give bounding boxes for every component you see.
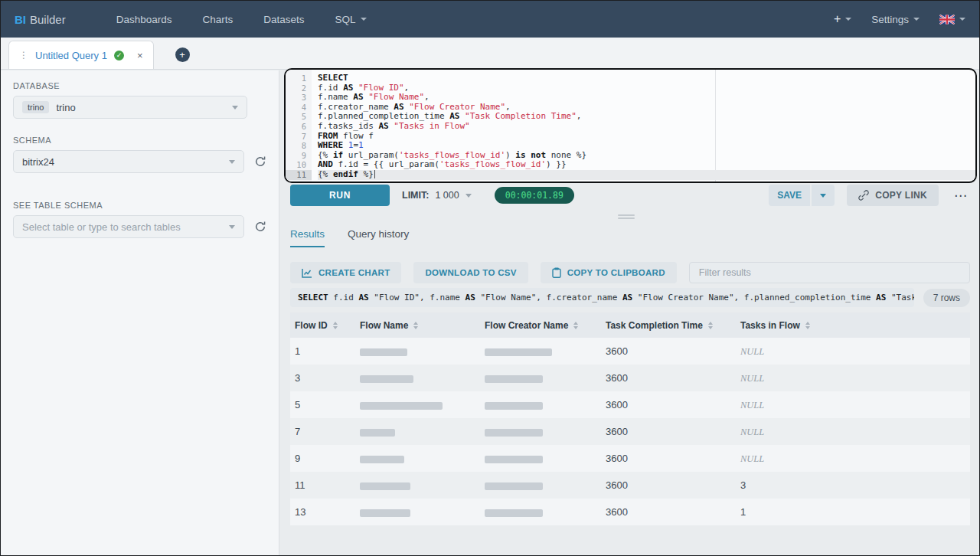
code-token: "Flow ID" [358, 83, 404, 93]
table-row[interactable]: 93600NULL [290, 445, 970, 472]
code-token: , [404, 83, 410, 93]
table-row[interactable]: 1336001 [290, 499, 970, 525]
code-token: none %} [546, 150, 586, 160]
code-token: f.id = {{ url_param( [333, 159, 439, 169]
chevron-down-icon [820, 194, 826, 198]
code-token [343, 140, 348, 150]
create-chart-button[interactable]: CREATE CHART [290, 262, 401, 283]
table-search-select[interactable]: Select table or type to search tables [13, 215, 244, 238]
code-token: , [424, 92, 430, 102]
table-row[interactable]: 53600NULL [290, 391, 970, 418]
redacted-value [360, 402, 443, 410]
settings-menu[interactable]: Settings [871, 14, 920, 25]
code-token: , [577, 111, 582, 121]
filter-results-input[interactable] [689, 262, 970, 283]
gutter-line: 8 [286, 141, 312, 151]
close-tab-icon[interactable]: × [137, 50, 143, 61]
new-tab-button[interactable]: + [175, 47, 190, 62]
code-token: AS [353, 92, 363, 102]
sort-icon[interactable] [333, 322, 338, 329]
save-dropdown-button[interactable] [812, 185, 835, 206]
download-csv-label: DOWNLOAD TO CSV [425, 268, 516, 277]
limit-dropdown[interactable]: LIMIT: 1 000 [402, 190, 472, 201]
see-table-schema-label: SEE TABLE SCHEMA [13, 201, 266, 210]
uk-flag-icon [939, 15, 955, 25]
copy-link-button[interactable]: COPY LINK [847, 185, 939, 206]
code-line[interactable]: FROM flow f [318, 132, 975, 142]
null-value: NULL [740, 400, 764, 410]
main-menu: Dashboards Charts Datasets SQL [116, 14, 367, 25]
null-value: NULL [740, 346, 764, 357]
language-selector[interactable] [939, 15, 965, 25]
table-cell: NULL [736, 399, 970, 411]
code-lines[interactable]: SELECTf.id AS "Flow ID",f.name AS "Flow … [312, 70, 975, 182]
redacted-value [485, 429, 543, 437]
code-token [353, 83, 358, 93]
sql-editor[interactable]: 1234567891011 SELECTf.id AS "Flow ID",f.… [284, 68, 977, 183]
code-token: AS [466, 293, 475, 303]
code-token: f.creator_name [318, 102, 394, 112]
table-cell: 3600 [601, 506, 736, 518]
code-line[interactable]: {% endif %} [318, 170, 975, 180]
app-logo[interactable]: BI Builder [15, 13, 66, 26]
code-token: "Task Completion Time" [465, 111, 577, 121]
code-line[interactable]: AND f.id = {{ url_param('tasks_flows_flo… [318, 160, 975, 170]
run-button[interactable]: RUN [290, 185, 390, 206]
tab-query-history[interactable]: Query history [348, 228, 409, 247]
sort-icon[interactable] [708, 322, 713, 329]
code-token: if [333, 150, 343, 160]
table-row[interactable]: 13600NULL [290, 338, 970, 365]
redacted-value [485, 456, 543, 463]
code-line[interactable]: f.tasks_ids AS "Tasks in Flow" [318, 122, 975, 132]
table-search-placeholder: Select table or type to search tables [22, 221, 222, 233]
schema-value: bitrix24 [22, 156, 222, 168]
copy-to-clipboard-button[interactable]: COPY TO CLIPBOARD [541, 262, 677, 283]
menu-datasets[interactable]: Datasets [263, 14, 304, 25]
sort-icon[interactable] [413, 322, 418, 329]
gutter-line: 7 [286, 132, 312, 142]
code-token: ) }} [546, 159, 567, 169]
download-csv-button[interactable]: DOWNLOAD TO CSV [413, 262, 528, 283]
results-body: 13600NULL33600NULL53600NULL73600NULL9360… [290, 338, 970, 525]
panel-resize-handle[interactable] [618, 214, 635, 219]
chevron-down-icon [229, 160, 235, 164]
table-row[interactable]: 1136003 [290, 472, 970, 499]
app-window: BI Builder Dashboards Charts Datasets SQ… [0, 0, 980, 556]
column-header-task-completion-time[interactable]: Task Completion Time [601, 320, 736, 331]
column-header-flow-id[interactable]: Flow ID [290, 320, 355, 331]
database-select[interactable]: trino trino [13, 96, 247, 119]
menu-dashboards[interactable]: Dashboards [116, 14, 172, 25]
gutter-line: 1 [286, 74, 312, 83]
column-header-flow-name[interactable]: Flow Name [355, 320, 480, 331]
column-header-label: Flow ID [295, 320, 328, 331]
save-button[interactable]: SAVE [769, 185, 810, 206]
code-token: "Flow Creator Name" [409, 102, 505, 112]
refresh-schema-button[interactable] [254, 155, 266, 168]
sort-icon[interactable] [805, 322, 810, 329]
more-options-button[interactable]: ⋯ [951, 188, 970, 204]
sort-icon[interactable] [573, 322, 578, 329]
schema-select[interactable]: bitrix24 [13, 150, 244, 173]
copy-link-label: COPY LINK [875, 190, 927, 201]
code-token: 1 [358, 140, 364, 150]
refresh-tables-button[interactable] [254, 221, 266, 233]
column-header-flow-creator-name[interactable]: Flow Creator Name [480, 320, 601, 331]
table-cell: 11 [290, 479, 355, 491]
tab-untitled-query[interactable]: ⋮ Untitled Query 1 ✓ × [8, 41, 154, 69]
table-cell [480, 372, 601, 384]
code-token: f.planned_completion_time [318, 111, 449, 121]
chevron-down-icon [913, 18, 920, 21]
table-row[interactable]: 73600NULL [290, 418, 970, 445]
column-header-tasks-in-flow[interactable]: Tasks in Flow [736, 320, 970, 331]
code-token: 'tasks_flows_flow_id' [399, 150, 505, 160]
navbar-right: + Settings [834, 12, 965, 26]
chevron-down-icon [232, 106, 238, 110]
add-new-button[interactable]: + [834, 12, 851, 26]
table-row[interactable]: 33600NULL [290, 365, 970, 391]
code-line[interactable]: SELECT [318, 74, 975, 83]
chart-icon [302, 268, 312, 278]
tab-results[interactable]: Results [290, 228, 325, 247]
menu-charts[interactable]: Charts [203, 14, 234, 25]
menu-sql[interactable]: SQL [335, 14, 367, 25]
redacted-value [360, 429, 395, 437]
